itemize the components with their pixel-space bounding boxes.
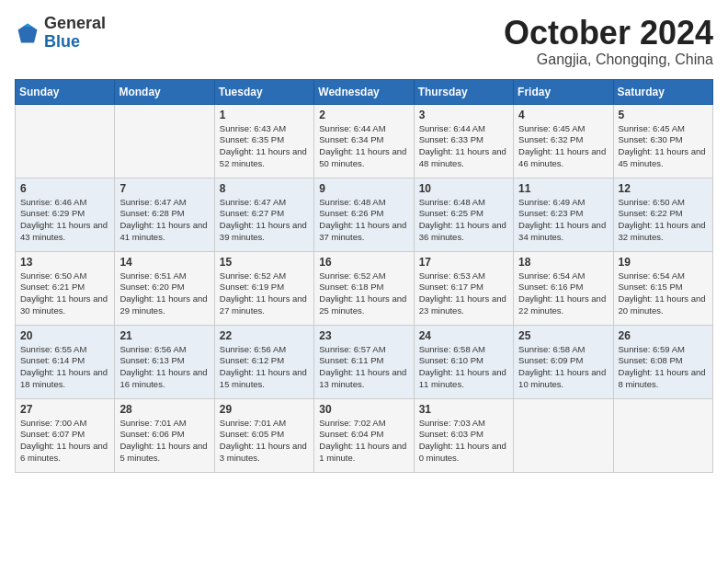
weekday-header-tuesday: Tuesday <box>214 79 313 104</box>
calendar-cell: 16Sunrise: 6:52 AM Sunset: 6:18 PM Dayli… <box>314 251 414 325</box>
calendar-cell <box>613 398 712 472</box>
day-info: Sunrise: 7:01 AM Sunset: 6:05 PM Dayligh… <box>220 418 309 465</box>
calendar-cell: 12Sunrise: 6:50 AM Sunset: 6:22 PM Dayli… <box>613 178 712 251</box>
day-info: Sunrise: 6:47 AM Sunset: 6:28 PM Dayligh… <box>119 197 209 244</box>
day-number: 14 <box>119 256 209 269</box>
day-info: Sunrise: 6:47 AM Sunset: 6:27 PM Dayligh… <box>220 197 309 244</box>
day-number: 2 <box>319 109 408 121</box>
calendar-cell: 11Sunrise: 6:49 AM Sunset: 6:23 PM Dayli… <box>514 178 613 251</box>
weekday-header-friday: Friday <box>514 79 613 104</box>
day-info: Sunrise: 6:49 AM Sunset: 6:23 PM Dayligh… <box>518 197 608 244</box>
calendar-cell: 25Sunrise: 6:58 AM Sunset: 6:09 PM Dayli… <box>514 325 613 398</box>
day-number: 3 <box>419 109 508 121</box>
day-number: 16 <box>319 256 408 269</box>
day-info: Sunrise: 6:46 AM Sunset: 6:29 PM Dayligh… <box>20 197 109 244</box>
day-number: 8 <box>220 182 309 195</box>
day-number: 22 <box>220 329 309 342</box>
calendar-cell: 8Sunrise: 6:47 AM Sunset: 6:27 PM Daylig… <box>214 178 313 251</box>
day-info: Sunrise: 6:48 AM Sunset: 6:26 PM Dayligh… <box>319 197 408 244</box>
day-info: Sunrise: 6:58 AM Sunset: 6:10 PM Dayligh… <box>419 344 508 391</box>
day-number: 19 <box>619 256 708 269</box>
day-number: 6 <box>20 182 109 195</box>
day-info: Sunrise: 7:03 AM Sunset: 6:03 PM Dayligh… <box>419 418 508 465</box>
day-info: Sunrise: 6:53 AM Sunset: 6:17 PM Dayligh… <box>419 270 508 317</box>
calendar-cell: 2Sunrise: 6:44 AM Sunset: 6:34 PM Daylig… <box>314 104 414 178</box>
calendar-cell: 15Sunrise: 6:52 AM Sunset: 6:19 PM Dayli… <box>214 251 313 325</box>
day-number: 15 <box>220 256 309 269</box>
calendar-cell: 29Sunrise: 7:01 AM Sunset: 6:05 PM Dayli… <box>214 398 313 472</box>
calendar-cell: 19Sunrise: 6:54 AM Sunset: 6:15 PM Dayli… <box>613 251 712 325</box>
day-info: Sunrise: 6:56 AM Sunset: 6:13 PM Dayligh… <box>119 344 209 391</box>
day-info: Sunrise: 7:00 AM Sunset: 6:07 PM Dayligh… <box>20 418 109 465</box>
calendar-week-3: 13Sunrise: 6:50 AM Sunset: 6:21 PM Dayli… <box>16 251 713 325</box>
day-info: Sunrise: 6:51 AM Sunset: 6:20 PM Dayligh… <box>119 270 209 317</box>
calendar-cell: 21Sunrise: 6:56 AM Sunset: 6:13 PM Dayli… <box>115 325 214 398</box>
day-number: 12 <box>619 182 708 195</box>
day-info: Sunrise: 6:52 AM Sunset: 6:18 PM Dayligh… <box>319 270 408 317</box>
day-number: 20 <box>20 329 109 342</box>
weekday-header-wednesday: Wednesday <box>314 79 414 104</box>
calendar-cell: 5Sunrise: 6:45 AM Sunset: 6:30 PM Daylig… <box>613 104 712 178</box>
calendar-cell: 26Sunrise: 6:59 AM Sunset: 6:08 PM Dayli… <box>613 325 712 398</box>
calendar-cell: 30Sunrise: 7:02 AM Sunset: 6:04 PM Dayli… <box>314 398 414 472</box>
calendar-cell: 1Sunrise: 6:43 AM Sunset: 6:35 PM Daylig… <box>214 104 313 178</box>
calendar-cell: 4Sunrise: 6:45 AM Sunset: 6:32 PM Daylig… <box>514 104 613 178</box>
day-info: Sunrise: 6:43 AM Sunset: 6:35 PM Dayligh… <box>220 123 309 170</box>
page-header: General Blue October 2024 Gangjia, Chong… <box>15 15 713 68</box>
calendar-cell: 23Sunrise: 6:57 AM Sunset: 6:11 PM Dayli… <box>314 325 414 398</box>
day-number: 30 <box>319 403 408 416</box>
weekday-header-saturday: Saturday <box>613 79 712 104</box>
day-number: 7 <box>119 182 209 195</box>
calendar-cell: 28Sunrise: 7:01 AM Sunset: 6:06 PM Dayli… <box>115 398 214 472</box>
calendar-cell: 20Sunrise: 6:55 AM Sunset: 6:14 PM Dayli… <box>16 325 115 398</box>
day-info: Sunrise: 6:59 AM Sunset: 6:08 PM Dayligh… <box>619 344 708 391</box>
day-number: 24 <box>419 329 508 342</box>
calendar-cell: 9Sunrise: 6:48 AM Sunset: 6:26 PM Daylig… <box>314 178 414 251</box>
calendar-cell: 7Sunrise: 6:47 AM Sunset: 6:28 PM Daylig… <box>115 178 214 251</box>
calendar-week-4: 20Sunrise: 6:55 AM Sunset: 6:14 PM Dayli… <box>16 325 713 398</box>
calendar-week-1: 1Sunrise: 6:43 AM Sunset: 6:35 PM Daylig… <box>16 104 713 178</box>
calendar-cell <box>16 104 115 178</box>
day-info: Sunrise: 6:56 AM Sunset: 6:12 PM Dayligh… <box>220 344 309 391</box>
title-block: October 2024 Gangjia, Chongqing, China <box>504 15 713 68</box>
day-info: Sunrise: 6:55 AM Sunset: 6:14 PM Dayligh… <box>20 344 109 391</box>
calendar-cell <box>514 398 613 472</box>
logo-blue: Blue <box>44 32 80 51</box>
day-info: Sunrise: 6:50 AM Sunset: 6:21 PM Dayligh… <box>20 270 109 317</box>
day-number: 29 <box>220 403 309 416</box>
weekday-header-monday: Monday <box>115 79 214 104</box>
day-info: Sunrise: 6:48 AM Sunset: 6:25 PM Dayligh… <box>419 197 508 244</box>
weekday-header-sunday: Sunday <box>16 79 115 104</box>
day-number: 13 <box>20 256 109 269</box>
day-number: 31 <box>419 403 508 416</box>
day-info: Sunrise: 6:44 AM Sunset: 6:33 PM Dayligh… <box>419 123 508 170</box>
logo-text: General Blue <box>44 15 106 52</box>
logo-icon <box>15 20 40 46</box>
day-info: Sunrise: 6:50 AM Sunset: 6:22 PM Dayligh… <box>619 197 708 244</box>
location-subtitle: Gangjia, Chongqing, China <box>504 52 713 68</box>
day-info: Sunrise: 6:54 AM Sunset: 6:15 PM Dayligh… <box>619 270 708 317</box>
calendar-cell: 6Sunrise: 6:46 AM Sunset: 6:29 PM Daylig… <box>16 178 115 251</box>
day-number: 4 <box>518 109 608 121</box>
weekday-header-thursday: Thursday <box>414 79 513 104</box>
logo: General Blue <box>15 15 106 52</box>
day-info: Sunrise: 6:45 AM Sunset: 6:30 PM Dayligh… <box>619 123 708 170</box>
day-info: Sunrise: 7:01 AM Sunset: 6:06 PM Dayligh… <box>119 418 209 465</box>
calendar-cell: 10Sunrise: 6:48 AM Sunset: 6:25 PM Dayli… <box>414 178 513 251</box>
calendar-cell: 17Sunrise: 6:53 AM Sunset: 6:17 PM Dayli… <box>414 251 513 325</box>
day-number: 9 <box>319 182 408 195</box>
day-number: 21 <box>119 329 209 342</box>
calendar-table: SundayMondayTuesdayWednesdayThursdayFrid… <box>15 79 713 473</box>
day-number: 25 <box>518 329 608 342</box>
month-title: October 2024 <box>504 15 713 52</box>
day-number: 27 <box>20 403 109 416</box>
day-info: Sunrise: 6:45 AM Sunset: 6:32 PM Dayligh… <box>518 123 608 170</box>
calendar-cell: 18Sunrise: 6:54 AM Sunset: 6:16 PM Dayli… <box>514 251 613 325</box>
day-info: Sunrise: 6:54 AM Sunset: 6:16 PM Dayligh… <box>518 270 608 317</box>
day-number: 18 <box>518 256 608 269</box>
logo-general: General <box>44 14 106 32</box>
calendar-cell: 31Sunrise: 7:03 AM Sunset: 6:03 PM Dayli… <box>414 398 513 472</box>
day-number: 23 <box>319 329 408 342</box>
calendar-week-5: 27Sunrise: 7:00 AM Sunset: 6:07 PM Dayli… <box>16 398 713 472</box>
day-number: 26 <box>619 329 708 342</box>
